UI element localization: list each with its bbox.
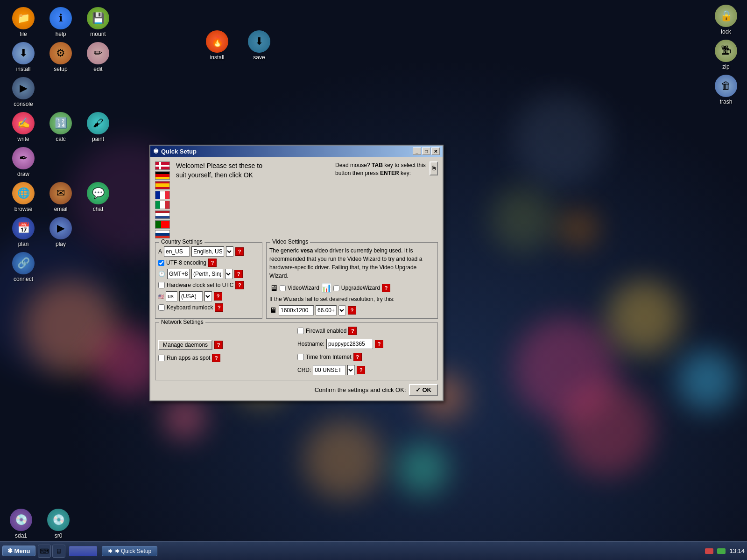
desktop-icon-plan[interactable]: 📅 plan [7,217,40,247]
welcome-line1: Welcome! Please set these to [176,162,262,169]
desktop-icon-write[interactable]: ✍ write [7,112,40,142]
timezone-name-input[interactable] [191,269,223,279]
run-apps-help-button[interactable]: ? [212,354,220,362]
upgradewizard-checkbox[interactable] [333,285,339,291]
desktop-icon-play[interactable]: ▶ play [44,217,77,247]
desktop-icon-save-center[interactable]: ⬇ save [243,30,275,61]
desktop-icon-calc[interactable]: 🔢 calc [44,112,77,142]
manage-daemons-help-button[interactable]: ? [214,341,223,349]
desktop-icon-edit[interactable]: ✏ edit [82,42,114,72]
desktop-icon-install-center[interactable]: 🔥 install [201,30,233,61]
time-internet-help-button[interactable]: ? [353,353,362,361]
desktop-icon-mount[interactable]: 💾 mount [82,7,114,37]
tab-enter-button[interactable]: 🖱 [430,161,438,175]
manage-daemons-button[interactable]: Manage daemons [158,340,212,350]
desktop-icon-chat[interactable]: 💬 chat [82,182,114,212]
firewall-checkbox[interactable] [297,328,304,334]
resolution-label: If the Wizards fail to set desired resol… [269,296,435,302]
numlock-help-button[interactable]: ? [215,303,223,312]
desktop-icon-browse[interactable]: 🌐 browse [7,182,40,212]
taskbar-time: 13:14 [729,547,745,554]
desktop-icon-sr0[interactable]: 💿 sr0 [42,509,75,539]
hostname-help-button[interactable]: ? [375,340,383,348]
desktop-icon-trash[interactable]: 🗑 trash [710,75,742,105]
zip-label: zip [722,63,729,70]
desktop-icon-paint[interactable]: 🖌 paint [82,112,114,142]
country-dropdown[interactable]: ▼ [204,291,212,301]
videowizard-checkbox[interactable] [280,285,286,291]
desktop-icon-lock[interactable]: 🔒 lock [710,5,742,35]
wizard-help-button[interactable]: ? [382,284,390,292]
desktop-icon-console[interactable]: ▶ console [7,77,40,107]
resolution-input[interactable] [279,305,314,315]
wizard-row: 🖥 VideoWizard 📊 UpgradeWizard ? [269,283,435,293]
refresh-input[interactable] [316,305,337,315]
mount-label: mount [90,31,106,37]
video-section-title: Video Settings [270,238,310,245]
desktop-icon-file[interactable]: 📁 file [7,7,40,37]
taskbar-icon-btn-1[interactable]: ⌨ [38,545,51,558]
titlebar-buttons: _ □ ✕ [413,147,440,155]
crd-dropdown[interactable]: ▼ [347,365,355,375]
browse-label: browse [14,206,33,212]
desktop-icon-sda1[interactable]: 💿 sda1 [5,509,37,539]
locale-name-input[interactable] [191,246,224,257]
us-flag-small: 🇺🇸 [158,294,164,299]
dead-mouse-area: Dead mouse? TAB key to select this butto… [335,161,438,238]
run-apps-checkbox[interactable] [158,355,165,361]
crd-help-button[interactable]: ? [357,366,365,374]
time-internet-label: Time from Internet [306,354,352,360]
desktop-icon-connect[interactable]: 🔗 connect [7,252,40,282]
desktop-icon-zip[interactable]: 🗜 zip [710,40,742,70]
desktop-icon-help[interactable]: ℹ help [44,7,77,37]
resolution-help-button[interactable]: ? [348,306,356,315]
encoding-checkbox[interactable] [158,260,164,266]
setup-icon: ⚙ [49,42,72,64]
taskbar-menu-button[interactable]: ✱ Menu [2,546,35,556]
close-button[interactable]: ✕ [431,147,440,155]
run-apps-row: Run apps as spot ? [158,354,296,362]
hw-clock-checkbox[interactable] [158,282,165,288]
country-name-input[interactable] [179,291,203,301]
encoding-help-button[interactable]: ? [208,259,217,267]
desktop-icon-email[interactable]: ✉ email [44,182,77,212]
taskbar-icon-btn-2[interactable]: 🖥 [52,545,65,558]
time-internet-checkbox[interactable] [297,354,304,360]
crd-input[interactable] [313,365,345,375]
upgradewizard-label: UpgradeWizard [341,285,380,291]
calc-icon: 🔢 [49,112,72,134]
country-help-button[interactable]: ? [214,292,222,301]
desktop-icon-draw[interactable]: ✒ draw [7,147,40,177]
hostname-input[interactable] [326,339,373,349]
time-internet-row: Time from Internet ? [297,353,435,361]
sda1-icon: 💿 [10,509,32,531]
numlock-checkbox[interactable] [158,304,165,311]
flag-pt [155,220,170,229]
hw-clock-label: Hardware clock set to UTC [167,282,233,288]
timezone-help-button[interactable]: ? [234,270,243,278]
flag-strip [155,161,171,238]
monitor-icon: 🖥 [269,283,278,293]
timezone-dropdown[interactable]: ▼ [225,269,233,279]
maximize-button[interactable]: □ [422,147,430,155]
welcome-text: Welcome! Please set these to suit yourse… [176,161,331,180]
country-settings-section: Country Settings A ▼ ? UTF-8 encoding ? … [155,242,262,319]
refresh-dropdown[interactable]: ▼ [338,305,346,315]
locale-input[interactable] [164,246,190,257]
hw-clock-help-button[interactable]: ? [235,281,244,289]
country-code-input[interactable] [166,291,177,301]
locale-dropdown[interactable]: ▼ [226,246,233,257]
desktop-icon-setup[interactable]: ⚙ setup [44,42,77,72]
zip-icon: 🗜 [715,40,737,62]
desktop-icon-install[interactable]: ⬇ install [7,42,40,72]
trash-icon: 🗑 [715,75,737,97]
write-icon: ✍ [12,112,35,134]
ok-button[interactable]: ✓ OK [409,384,438,396]
firewall-help-button[interactable]: ? [348,327,357,335]
flag-de [155,171,170,180]
taskbar-window-button[interactable]: ✱ ✱ Quick Setup [102,546,158,556]
timezone-input[interactable] [167,269,190,279]
locale-help-button[interactable]: ? [235,247,244,256]
minimize-button[interactable]: _ [413,147,421,155]
help-icon: ℹ [49,7,72,29]
